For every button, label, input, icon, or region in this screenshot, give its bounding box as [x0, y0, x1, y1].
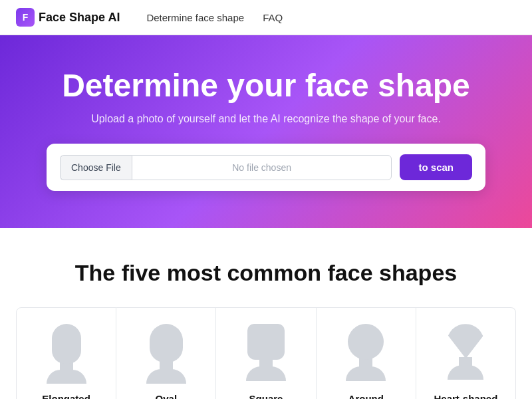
shape-label-around: Around: [348, 393, 384, 399]
shapes-grid: Elongated Oval Square: [16, 307, 516, 399]
shape-card-square: Square: [216, 307, 316, 399]
face-illustration-square: [243, 324, 289, 384]
face-head-oval: [150, 324, 183, 362]
file-name-display: No file chosen: [132, 155, 392, 180]
shape-card-oval: Oval: [116, 307, 216, 399]
file-input-wrapper: Choose File No file chosen: [60, 155, 392, 180]
navbar: F Face Shape AI Determine face shape FAQ: [0, 0, 532, 35]
shape-label-square: Square: [249, 393, 283, 399]
face-shoulders-elongated: [47, 370, 86, 384]
face-head-heart: [447, 324, 484, 358]
face-illustration-heart: [442, 324, 489, 384]
hero-section: Determine your face shape Upload a photo…: [0, 35, 532, 228]
face-shoulders-heart: [448, 365, 483, 380]
logo-icon: F: [16, 8, 35, 27]
upload-card: Choose File No file chosen to scan: [47, 144, 485, 191]
shapes-section: The five most common face shapes Elongat…: [0, 228, 532, 399]
face-head-elongated: [52, 324, 81, 363]
face-shoulders-around: [346, 366, 386, 381]
face-shoulders-oval: [146, 369, 186, 384]
face-head-around: [348, 324, 384, 360]
logo: F Face Shape AI: [16, 8, 120, 27]
shapes-title: The five most common face shapes: [16, 260, 516, 286]
face-shoulders-square: [246, 366, 286, 381]
hero-title: Determine your face shape: [16, 67, 516, 104]
hero-subtitle: Upload a photo of yourself and let the A…: [16, 113, 516, 125]
logo-text: Face Shape AI: [39, 11, 120, 25]
nav-determine[interactable]: Determine face shape: [146, 12, 244, 23]
face-illustration-oval: [143, 324, 190, 384]
face-head-square: [247, 324, 285, 360]
shape-label-oval: Oval: [156, 393, 178, 399]
choose-file-button[interactable]: Choose File: [60, 155, 132, 180]
shape-card-elongated: Elongated: [16, 307, 116, 399]
shape-label-elongated: Elongated: [42, 393, 90, 399]
face-illustration-elongated: [43, 324, 90, 384]
face-illustration-around: [342, 324, 389, 384]
shape-label-heart: Heart-shaped: [434, 393, 497, 399]
shape-card-around: Around: [317, 307, 416, 399]
nav-faq[interactable]: FAQ: [263, 12, 283, 23]
nav-links: Determine face shape FAQ: [146, 12, 283, 23]
shape-card-heart: Heart-shaped: [416, 307, 516, 399]
scan-button[interactable]: to scan: [400, 154, 472, 180]
